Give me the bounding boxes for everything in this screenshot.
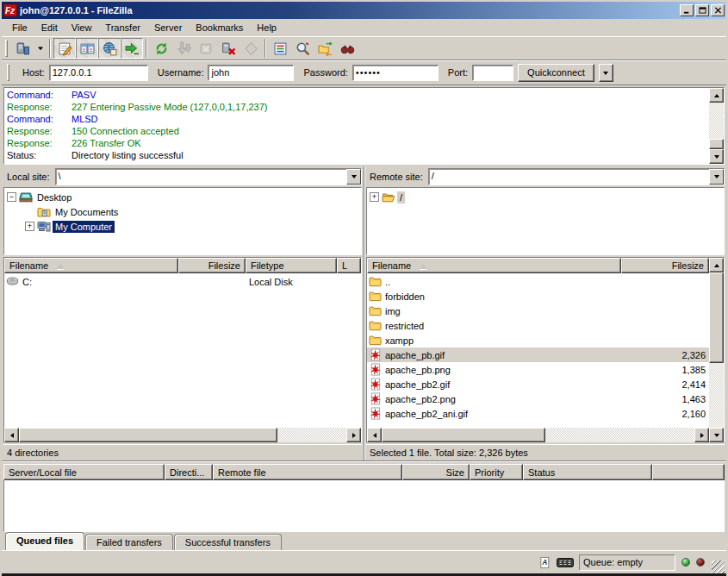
tree-item[interactable]: My Computer (25, 219, 361, 234)
toggle-transfer-queue-button[interactable] (121, 38, 143, 59)
quickconnect-dropdown-button[interactable] (599, 64, 613, 82)
tree-item[interactable]: / (370, 190, 724, 204)
password-input[interactable] (352, 65, 439, 81)
close-button[interactable] (711, 4, 725, 16)
status-indicator-badge[interactable] (557, 555, 574, 570)
menu-bookmarks[interactable]: Bookmarks (189, 21, 250, 34)
scroll-thumb[interactable] (709, 272, 724, 363)
column-header[interactable]: Status (523, 464, 652, 480)
file-row[interactable]: apache_pb.png 1,385 (367, 362, 709, 377)
site-manager-dropdown-button[interactable] (34, 38, 47, 59)
tab-failed-transfers[interactable]: Failed transfers (85, 534, 173, 550)
scroll-down-button[interactable] (709, 149, 724, 164)
scroll-thumb[interactable] (709, 139, 724, 149)
transfer-type-indicator[interactable]: A (536, 555, 553, 570)
synchronized-browsing-button[interactable] (314, 38, 336, 59)
menu-server[interactable]: Server (147, 21, 189, 34)
tree-expander[interactable] (370, 192, 379, 202)
tree-item[interactable]: My Documents (25, 204, 361, 219)
site-manager-button[interactable] (11, 38, 34, 59)
file-row[interactable]: apache_pb.gif 2,326 (367, 347, 709, 362)
menu-transfer[interactable]: Transfer (98, 21, 147, 34)
file-row[interactable]: restricted (367, 318, 709, 333)
file-row[interactable]: C: Local Disk (4, 274, 361, 289)
local-horizontal-scrollbar[interactable] (4, 428, 361, 442)
toggle-remote-tree-button[interactable] (98, 38, 121, 59)
remote-site-dropdown-button[interactable] (709, 169, 724, 185)
column-header[interactable]: Size (402, 464, 470, 480)
quickconnect-button[interactable]: Quickconnect (518, 64, 594, 82)
menu-view[interactable]: View (65, 21, 99, 34)
queue-body[interactable] (3, 480, 725, 532)
arrow-right-icon (700, 433, 706, 438)
column-header[interactable]: Filetype (246, 258, 337, 273)
process-queue-button[interactable] (172, 38, 195, 59)
column-header[interactable]: L (337, 258, 361, 273)
file-row[interactable]: apache_pb2_ani.gif 2,160 (367, 406, 709, 421)
title-bar[interactable]: Fz john@127.0.0.1 - FileZilla (2, 2, 726, 19)
disconnect-button[interactable] (217, 38, 240, 59)
column-header[interactable] (652, 464, 725, 480)
column-header[interactable]: Filesize (178, 258, 246, 273)
column-header[interactable]: Priority (470, 464, 523, 480)
scroll-down-button[interactable] (709, 428, 724, 442)
scroll-thumb[interactable] (382, 428, 545, 442)
scroll-up-button[interactable] (709, 88, 724, 103)
tree-item-label: / (397, 191, 405, 203)
find-files-button[interactable] (336, 38, 358, 59)
quickconnect-grip[interactable] (7, 64, 9, 81)
toggle-message-log-button[interactable] (53, 38, 76, 59)
column-header[interactable]: Remote file (213, 464, 402, 480)
toggle-local-tree-button[interactable] (76, 38, 98, 59)
file-row[interactable]: .. (367, 274, 709, 289)
column-header[interactable]: Filesize (621, 258, 709, 273)
local-site-dropdown-button[interactable] (346, 169, 361, 185)
local-site-combo[interactable]: \ (55, 168, 362, 185)
menu-help[interactable]: Help (250, 21, 283, 34)
remote-pane: Remote site: / / FilenameFilesiz (364, 166, 726, 460)
scroll-right-button[interactable] (694, 428, 709, 442)
tree-expander[interactable] (25, 222, 34, 231)
remote-vertical-scrollbar[interactable] (709, 258, 724, 442)
resize-grip[interactable] (712, 560, 725, 573)
menu-file[interactable]: File (5, 21, 34, 34)
compare-directories-button[interactable] (291, 38, 314, 59)
scroll-thumb[interactable] (19, 428, 277, 442)
file-row[interactable]: apache_pb2.gif 2,414 (367, 377, 709, 391)
refresh-button[interactable] (150, 38, 172, 59)
tab-successful-transfers[interactable]: Successful transfers (174, 534, 282, 550)
column-header[interactable]: Filename (4, 258, 178, 273)
scroll-right-button[interactable] (346, 428, 361, 442)
port-input[interactable] (472, 65, 513, 81)
password-label: Password: (303, 67, 347, 78)
cancel-operation-button[interactable] (195, 38, 217, 59)
column-header[interactable]: Filename (367, 258, 621, 273)
log-scrollbar[interactable] (709, 88, 724, 164)
remote-horizontal-scrollbar[interactable] (367, 428, 709, 442)
menu-edit[interactable]: Edit (34, 21, 65, 34)
image-file-icon (369, 392, 383, 406)
file-row[interactable]: apache_pb2.png 1,463 (367, 391, 709, 406)
remote-site-combo[interactable]: / (428, 168, 725, 185)
column-header[interactable]: Directi... (165, 464, 213, 480)
toolbar-grip[interactable] (5, 40, 8, 57)
username-input[interactable] (208, 65, 294, 81)
tree-expander[interactable] (7, 192, 16, 202)
minimize-button[interactable] (680, 4, 694, 16)
tab-queued-files[interactable]: Queued files (5, 532, 84, 550)
scroll-left-button[interactable] (4, 428, 19, 442)
image-file-icon (369, 378, 383, 391)
maximize-button[interactable] (695, 4, 709, 16)
file-row[interactable]: img (367, 304, 709, 318)
host-input[interactable] (49, 65, 148, 81)
file-row[interactable]: xampp (367, 333, 709, 347)
reconnect-button[interactable] (240, 38, 262, 59)
folder-icon (369, 334, 383, 347)
svg-text:Fz: Fz (5, 6, 15, 16)
scroll-left-button[interactable] (367, 428, 382, 442)
directory-listing-filters-button[interactable] (269, 38, 291, 59)
column-header[interactable]: Server/Local file (3, 464, 165, 480)
scroll-up-button[interactable] (709, 258, 724, 272)
file-row[interactable]: forbidden (367, 289, 709, 304)
tree-item[interactable]: Desktop (7, 190, 361, 204)
